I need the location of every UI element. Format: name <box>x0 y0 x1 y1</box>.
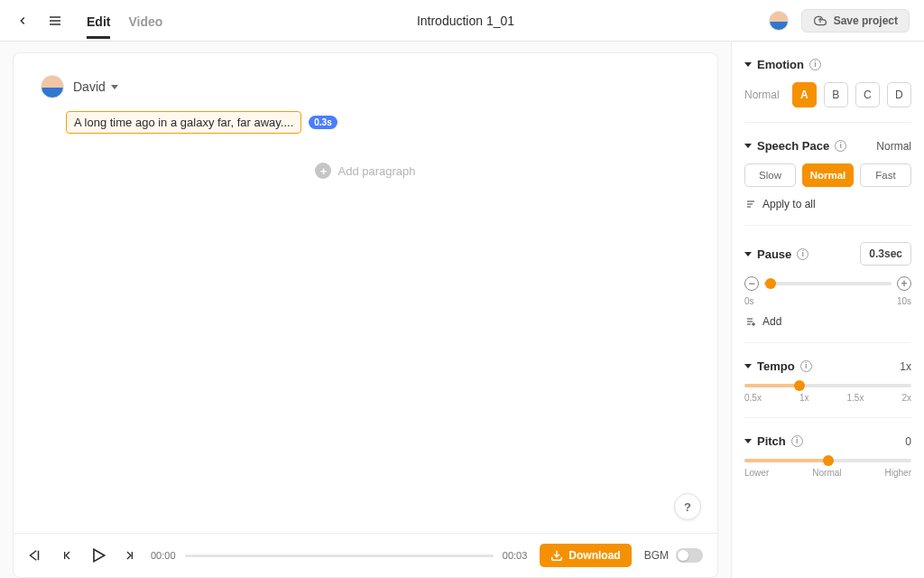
pitch-value: 0 <box>905 435 911 448</box>
save-project-button[interactable]: Save project <box>801 9 910 33</box>
pitch-label-normal: Normal <box>812 468 841 478</box>
emotion-option-d[interactable]: D <box>887 82 911 107</box>
download-label: Download <box>568 549 620 562</box>
pause-add-label: Add <box>762 315 781 328</box>
info-icon[interactable]: i <box>835 140 846 152</box>
bgm-toggle[interactable] <box>676 548 703 563</box>
tempo-label-3: 2x <box>901 393 911 403</box>
time-current: 00:00 <box>151 550 176 561</box>
pitch-slider[interactable] <box>744 459 911 462</box>
pause-max-label: 10s <box>897 296 911 306</box>
user-avatar[interactable] <box>769 11 789 31</box>
caret-down-icon <box>744 144 752 148</box>
tempo-value: 1x <box>900 360 911 373</box>
pace-normal[interactable]: Normal <box>802 163 854 187</box>
cloud-upload-icon <box>813 14 827 27</box>
caret-down-icon <box>744 62 752 67</box>
apply-all-label: Apply to all <box>762 198 816 210</box>
tab-video[interactable]: Video <box>128 4 162 38</box>
info-icon[interactable]: i <box>791 435 803 447</box>
menu-button[interactable] <box>45 11 65 31</box>
voice-avatar <box>41 75 64 98</box>
tempo-label-1: 1x <box>799 393 809 403</box>
pause-decrement[interactable]: − <box>744 276 759 291</box>
emotion-option-b[interactable]: B <box>824 82 848 107</box>
apply-all-button[interactable]: Apply to all <box>744 198 911 210</box>
project-title: Introduction 1_01 <box>162 14 768 28</box>
tab-edit[interactable]: Edit <box>87 4 110 38</box>
pause-increment[interactable]: + <box>897 276 911 291</box>
time-total: 00:03 <box>503 550 528 561</box>
text-segment[interactable]: A long time ago in a galaxy far, far awa… <box>66 111 301 134</box>
pitch-label-lower: Lower <box>744 468 769 478</box>
next-button[interactable] <box>120 546 138 564</box>
pace-title: Speech Pace <box>757 139 829 153</box>
voice-selector[interactable]: David <box>73 79 118 94</box>
emotion-option-c[interactable]: C <box>855 82 880 107</box>
info-icon[interactable]: i <box>800 360 812 372</box>
pitch-title: Pitch <box>757 434 786 448</box>
add-paragraph-button[interactable]: + Add paragraph <box>41 163 690 179</box>
help-button[interactable]: ? <box>674 493 701 520</box>
download-button[interactable]: Download <box>540 544 631 567</box>
prev-button[interactable] <box>59 546 77 564</box>
info-icon[interactable]: i <box>797 248 808 260</box>
play-button[interactable] <box>89 546 107 564</box>
pace-slow[interactable]: Slow <box>744 163 796 187</box>
save-project-label: Save project <box>834 14 898 27</box>
bgm-label: BGM <box>644 549 669 562</box>
tempo-label-2: 1.5x <box>847 393 864 403</box>
emotion-title: Emotion <box>757 58 804 71</box>
caret-down-icon <box>744 364 752 368</box>
info-icon[interactable]: i <box>809 59 821 70</box>
emotion-option-a[interactable]: A <box>792 82 817 107</box>
caret-down-icon <box>744 252 752 256</box>
pace-value: Normal <box>876 140 911 153</box>
chevron-down-icon <box>111 85 118 89</box>
pause-title: Pause <box>757 247 791 261</box>
seek-track[interactable] <box>185 555 494 557</box>
plus-circle-icon: + <box>315 163 331 179</box>
pause-slider[interactable] <box>764 282 892 285</box>
apply-all-icon <box>744 199 757 210</box>
emotion-normal-label: Normal <box>744 89 780 101</box>
svg-marker-5 <box>94 549 105 561</box>
pace-fast[interactable]: Fast <box>860 163 911 187</box>
skip-start-button[interactable] <box>28 546 46 564</box>
add-list-icon <box>744 316 757 327</box>
tempo-title: Tempo <box>757 359 795 373</box>
pause-value: 0.3sec <box>860 242 911 266</box>
pause-min-label: 0s <box>744 296 754 306</box>
tempo-slider[interactable] <box>744 384 911 387</box>
add-paragraph-label: Add paragraph <box>337 164 415 178</box>
pause-badge[interactable]: 0.3s <box>309 116 337 129</box>
voice-name-label: David <box>73 79 106 94</box>
pause-add-button[interactable]: Add <box>744 315 911 328</box>
back-button[interactable] <box>14 13 31 29</box>
pitch-label-higher: Higher <box>885 468 911 478</box>
caret-down-icon <box>744 439 752 443</box>
tempo-label-0: 0.5x <box>744 393 762 403</box>
download-icon <box>550 549 563 562</box>
